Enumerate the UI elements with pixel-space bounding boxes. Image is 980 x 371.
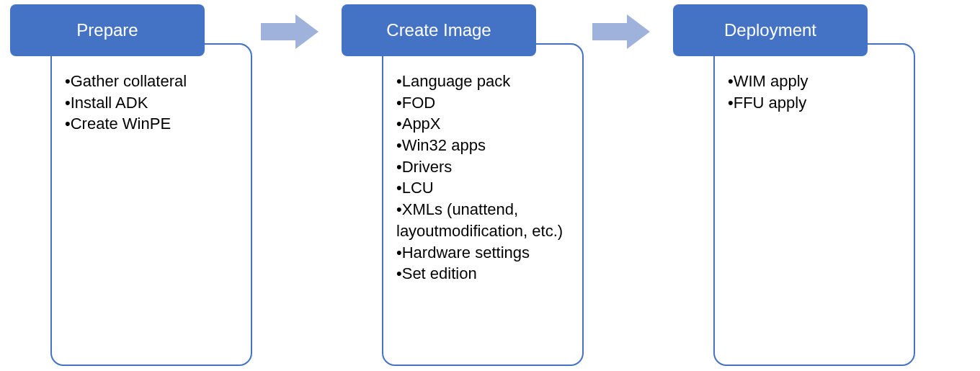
item-text: Gather collateral <box>71 72 187 90</box>
item-text: WIM apply <box>734 72 808 90</box>
list-item: •Language pack <box>396 71 569 92</box>
item-text: XMLs (unattend, layoutmodification, etc.… <box>396 200 563 240</box>
list-item: •Install ADK <box>65 92 238 114</box>
list-item: •WIM apply <box>728 71 901 92</box>
item-text: AppX <box>402 115 441 133</box>
stage-3-header: Deployment <box>673 4 868 56</box>
item-text: FFU apply <box>734 94 806 112</box>
stage-3-title: Deployment <box>724 20 816 40</box>
item-text: FOD <box>402 94 435 112</box>
list-item: •Set edition <box>396 263 569 285</box>
stage-2-list: •Language pack •FOD •AppX •Win32 apps •D… <box>396 71 569 285</box>
stage-2-title: Create Image <box>386 20 491 40</box>
list-item: •Hardware settings <box>396 242 569 264</box>
list-item: •AppX <box>396 113 569 135</box>
item-text: Create WinPE <box>71 115 171 133</box>
list-item: •Gather collateral <box>65 71 238 92</box>
item-text: Hardware settings <box>402 243 530 262</box>
item-text: Drivers <box>402 158 453 176</box>
list-item: •Create WinPE <box>65 113 238 135</box>
arrow-1-icon <box>261 14 318 49</box>
svg-marker-0 <box>261 14 318 49</box>
list-item: •Drivers <box>396 156 569 178</box>
item-text: LCU <box>402 179 434 197</box>
stage-1-header: Prepare <box>10 4 205 56</box>
stage-3-list: •WIM apply •FFU apply <box>728 71 901 113</box>
svg-marker-1 <box>592 14 650 49</box>
stage-1-panel: •Gather collateral •Install ADK •Create … <box>50 43 252 366</box>
stage-2-header: Create Image <box>342 4 536 56</box>
diagram-canvas: •Gather collateral •Install ADK •Create … <box>0 0 980 371</box>
list-item: •Win32 apps <box>396 135 569 156</box>
item-text: Language pack <box>402 72 510 90</box>
list-item: •FOD <box>396 92 569 114</box>
list-item: •LCU <box>396 177 569 199</box>
item-text: Win32 apps <box>402 136 486 154</box>
stage-3-panel: •WIM apply •FFU apply <box>713 43 915 366</box>
arrow-2-icon <box>592 14 650 49</box>
stage-1-list: •Gather collateral •Install ADK •Create … <box>65 71 238 135</box>
list-item: •XMLs (unattend, layoutmodification, etc… <box>396 199 569 241</box>
list-item: •FFU apply <box>728 92 901 114</box>
stage-1-title: Prepare <box>76 20 138 40</box>
item-text: Install ADK <box>71 94 148 112</box>
stage-2-panel: •Language pack •FOD •AppX •Win32 apps •D… <box>382 43 584 366</box>
item-text: Set edition <box>402 264 477 282</box>
